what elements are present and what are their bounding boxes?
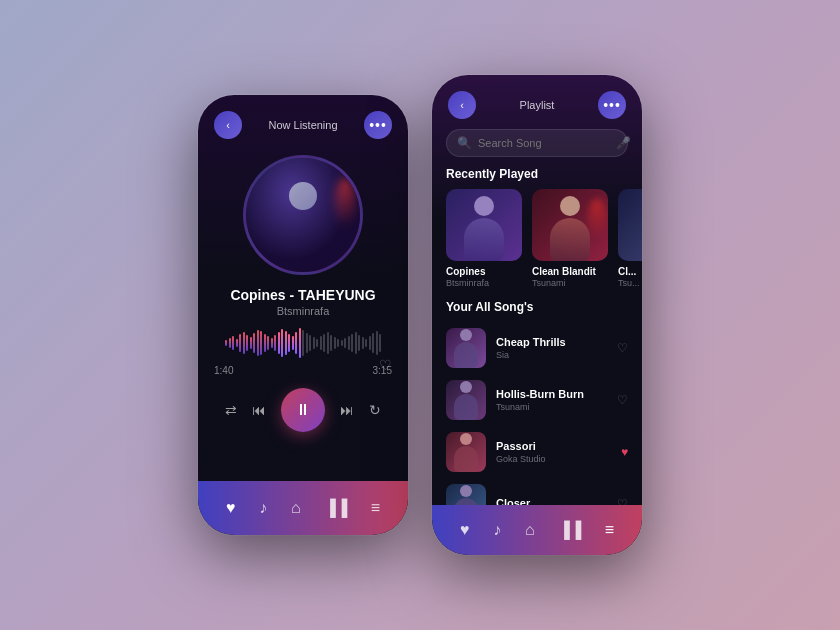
- nav-favorites[interactable]: ♥: [226, 499, 236, 517]
- nav-music[interactable]: ♪: [259, 499, 267, 517]
- heart-2[interactable]: ♡: [617, 393, 628, 407]
- top-bar: ‹ Now Listening •••: [198, 95, 408, 147]
- recent-card-3[interactable]: Cl... Tsu...: [618, 189, 642, 288]
- album-art: [243, 155, 363, 275]
- song-artist-2: Tsunami: [496, 402, 607, 412]
- heart-1[interactable]: ♡: [617, 341, 628, 355]
- song-title-3: Passori: [496, 440, 611, 452]
- back-button[interactable]: ‹: [214, 111, 242, 139]
- nav-playlist[interactable]: ≡: [371, 499, 380, 517]
- waveform-container: [198, 325, 408, 361]
- recent-sub-3: Tsu...: [618, 278, 642, 288]
- song-title-2: Hollis-Burn Burn: [496, 388, 607, 400]
- pnav-favorites[interactable]: ♥: [460, 521, 470, 539]
- bottom-nav: ♥ ♪ ⌂ ▐▐ ≡: [198, 481, 408, 535]
- playback-controls: ⇄ ⏮ ⏸ ⏭ ↻: [198, 388, 408, 432]
- playlist-title: Playlist: [520, 99, 555, 111]
- nav-home[interactable]: ⌂: [291, 499, 301, 517]
- heart-3[interactable]: ♥: [621, 445, 628, 459]
- search-bar: 🔍 🎤: [446, 129, 628, 157]
- now-playing-title: Now Listening: [268, 119, 337, 131]
- playlist-phone: ‹ Playlist ••• 🔍 🎤 Recently Played Copin…: [432, 75, 642, 555]
- recently-played-list: Copines Btsminrafa Clean Blandit Tsunami: [432, 189, 642, 300]
- pnav-music[interactable]: ♪: [493, 521, 501, 539]
- mic-icon[interactable]: 🎤: [616, 136, 631, 150]
- pause-button[interactable]: ⏸: [281, 388, 325, 432]
- recent-name-2: Clean Blandit: [532, 266, 608, 277]
- pnav-home[interactable]: ⌂: [525, 521, 535, 539]
- song-thumb-1: [446, 328, 486, 368]
- thumb-person-2: [545, 196, 595, 261]
- favorite-button[interactable]: ♡: [379, 357, 392, 373]
- artist-silhouette: [268, 182, 338, 272]
- playlist-bottom-nav: ♥ ♪ ⌂ ▐▐ ≡: [432, 505, 642, 555]
- now-playing-phone: ‹ Now Listening ••• Copines - TAHEYU: [198, 95, 408, 535]
- recent-name-3: Cl...: [618, 266, 642, 277]
- song-row-2[interactable]: Hollis-Burn Burn Tsunami ♡: [446, 374, 628, 426]
- song-details-2: Hollis-Burn Burn Tsunami: [496, 388, 607, 412]
- song-thumb-2: [446, 380, 486, 420]
- song-title-1: Cheap Thrills: [496, 336, 607, 348]
- time-display: 1:40 3:15: [198, 365, 408, 376]
- pnav-stats[interactable]: ▐▐: [558, 521, 581, 539]
- song-info: Copines - TAHEYUNG Btsminrafa: [198, 287, 408, 317]
- waveform: [214, 325, 392, 361]
- all-songs-label: Your All Song's: [446, 300, 628, 322]
- song-artist-1: Sia: [496, 350, 607, 360]
- shuffle-button[interactable]: ⇄: [225, 402, 237, 418]
- recent-card-1[interactable]: Copines Btsminrafa: [446, 189, 522, 288]
- song-row-3[interactable]: Passori Goka Studio ♥: [446, 426, 628, 478]
- current-time: 1:40: [214, 365, 233, 376]
- playlist-more-button[interactable]: •••: [598, 91, 626, 119]
- recent-thumb-1: [446, 189, 522, 261]
- recent-name-1: Copines: [446, 266, 522, 277]
- song-thumb-3: [446, 432, 486, 472]
- album-art-inner: [246, 158, 360, 272]
- recent-card-2[interactable]: Clean Blandit Tsunami: [532, 189, 608, 288]
- recent-sub-1: Btsminrafa: [446, 278, 522, 288]
- playlist-back-button[interactable]: ‹: [448, 91, 476, 119]
- pnav-playlist[interactable]: ≡: [605, 521, 614, 539]
- next-button[interactable]: ⏭: [340, 402, 354, 418]
- more-button[interactable]: •••: [364, 111, 392, 139]
- song-details-3: Passori Goka Studio: [496, 440, 611, 464]
- recently-played-label: Recently Played: [432, 167, 642, 189]
- search-icon: 🔍: [457, 136, 472, 150]
- nav-stats[interactable]: ▐▐: [324, 499, 347, 517]
- song-row-1[interactable]: Cheap Thrills Sia ♡: [446, 322, 628, 374]
- person-body: [278, 214, 328, 269]
- thumb-person-1: [459, 196, 509, 261]
- playlist-top-bar: ‹ Playlist •••: [432, 75, 642, 129]
- repeat-button[interactable]: ↻: [369, 402, 381, 418]
- recent-thumb-2: [532, 189, 608, 261]
- song-artist: Btsminrafa: [214, 305, 392, 317]
- song-details-1: Cheap Thrills Sia: [496, 336, 607, 360]
- song-title: Copines - TAHEYUNG: [214, 287, 392, 303]
- red-accent-decor: [335, 178, 355, 228]
- song-artist-3: Goka Studio: [496, 454, 611, 464]
- recent-sub-2: Tsunami: [532, 278, 608, 288]
- person-head: [289, 182, 317, 210]
- prev-button[interactable]: ⏮: [252, 402, 266, 418]
- all-songs-section: Your All Song's Cheap Thrills Sia ♡ Holl…: [432, 300, 642, 530]
- recent-thumb-3: [618, 189, 642, 261]
- phones-container: ‹ Now Listening ••• Copines - TAHEYU: [198, 75, 642, 555]
- search-input[interactable]: [478, 137, 616, 149]
- album-art-container: [198, 155, 408, 275]
